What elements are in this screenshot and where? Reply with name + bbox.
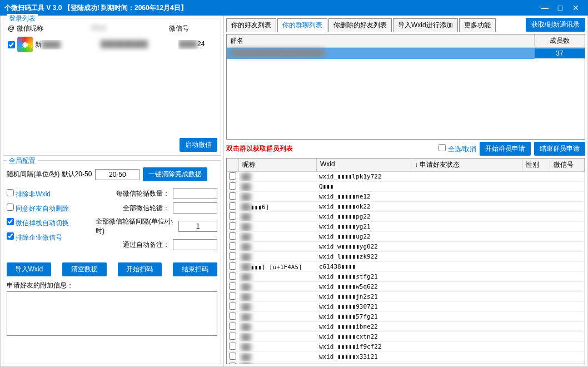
member-row-checkbox[interactable] <box>229 192 236 200</box>
offline-switch-checkbox[interactable]: 微信掉线自动切换 <box>7 218 96 228</box>
member-row[interactable]: ██wxid_w▮▮▮▮▮yg022 <box>227 242 585 252</box>
per-round-input[interactable] <box>173 188 217 199</box>
member-row[interactable]: ██▮▮卡布 - 深深wxid_▮▮▮▮▮4zjt22 <box>227 362 585 364</box>
stop-scan-button[interactable]: 结束扫码 <box>173 262 217 276</box>
minimize-button[interactable]: — <box>537 3 552 12</box>
member-row[interactable]: ██wxid_▮▮▮▮▮x33i21 <box>227 352 585 362</box>
member-row-checkbox[interactable] <box>229 282 236 290</box>
group-header-members: 成员数 <box>535 34 585 47</box>
member-row[interactable]: ██Q▮▮▮ <box>227 182 585 192</box>
agree-autodel-checkbox[interactable]: 同意好友自动删除 <box>7 204 96 214</box>
member-row-checkbox[interactable] <box>229 302 236 310</box>
member-row[interactable]: ██wxid_▮▮▮▮lpk1y722 <box>227 172 585 182</box>
member-row-checkbox[interactable] <box>229 313 236 320</box>
login-list-legend: 登录列表 <box>7 14 38 23</box>
member-header-status: ↓ 申请好友状态 <box>411 158 522 171</box>
member-row[interactable]: ██wxid_l▮▮▮▮▮zk922 <box>227 252 585 262</box>
member-row-checkbox[interactable] <box>229 292 236 300</box>
member-row[interactable]: ██▮▮▮] [u+1F4A5]c61438▮▮▮▮ <box>227 262 585 272</box>
global-config-legend: 全局配置 <box>7 156 38 166</box>
member-row-checkbox[interactable] <box>229 232 236 240</box>
member-row-checkbox[interactable] <box>229 242 236 250</box>
member-row[interactable]: ██wxid_▮▮▮▮▮pg22 <box>227 212 585 222</box>
import-wxid-button[interactable]: 导入Wxid <box>7 262 51 276</box>
interval-input[interactable] <box>95 169 139 180</box>
tab-friends[interactable]: 你的好友列表 <box>226 18 276 32</box>
member-list: 昵称 Wxid ↓ 申请好友状态 性别 微信号 ██wxid_▮▮▮▮lpk1y… <box>226 158 585 364</box>
window-title: 个微扫码工具 V 3.0 【登陆成功! 到期时间：2060年12月4日】 <box>4 3 537 13</box>
member-row-checkbox[interactable] <box>229 353 236 360</box>
group-row[interactable]: ████████████████████ 37 <box>227 48 585 59</box>
tab-import[interactable]: 导入Wxid进行添加 <box>393 18 458 32</box>
member-header-wxid: Wxid <box>317 158 411 171</box>
stop-group-apply-button[interactable]: 结束群员申请 <box>534 142 585 156</box>
additional-info-textarea[interactable] <box>7 291 217 336</box>
member-row[interactable]: ██wxid_▮▮▮▮▮if9cf22 <box>227 342 585 352</box>
login-list-header: @ 微信昵称 Wxid 微信号 <box>7 22 217 36</box>
global-config-group: 全局配置 随机间隔(单位/秒) 默认20-50 一键清除完成数据 排除非Wxid… <box>3 160 221 364</box>
member-row-checkbox[interactable] <box>229 212 236 220</box>
member-row[interactable]: ██wxid_▮▮▮▮▮jn2s21 <box>227 292 585 302</box>
member-row-checkbox[interactable] <box>229 333 236 340</box>
refresh-contacts-button[interactable]: 获取/刷新通讯录 <box>526 18 585 32</box>
member-row-checkbox[interactable] <box>229 262 236 270</box>
member-row-checkbox[interactable] <box>229 272 236 280</box>
tab-more[interactable]: 更多功能 <box>459 18 496 32</box>
group-header-name: 群名 <box>227 34 535 47</box>
group-list: 群名 成员数 ████████████████████ 37 <box>226 34 585 140</box>
member-row-checkbox[interactable] <box>229 202 236 210</box>
start-scan-button[interactable]: 开始扫码 <box>118 262 162 276</box>
additional-info-label: 申请好友的附加信息： <box>7 281 217 290</box>
midbar: 双击群以获取群员列表 全选/取消 开始群员申请 结束群员申请 <box>226 142 585 156</box>
member-header-gender: 性别 <box>522 158 550 171</box>
round-interval-input[interactable] <box>178 221 217 232</box>
tab-row: 你的好友列表 你的群聊列表 你删除的好友列表 导入Wxid进行添加 更多功能 获… <box>226 18 585 32</box>
member-row[interactable]: ██wxid_▮▮▮▮▮ibne22 <box>227 322 585 332</box>
member-row[interactable]: ██wxid_▮▮▮▮▮yg21 <box>227 222 585 232</box>
interval-label: 随机间隔(单位/秒) 默认20-50 <box>7 170 92 179</box>
auto-remark-input[interactable] <box>173 239 217 250</box>
member-row[interactable]: ██wxid_▮▮▮▮▮stfg21 <box>227 272 585 282</box>
clear-data-button[interactable]: 清空数据 <box>62 262 107 276</box>
login-row[interactable]: ◉ 新████ ██████████ ████24 <box>7 36 217 53</box>
member-row[interactable]: ██wxid_▮▮▮▮▮cxtn22 <box>227 332 585 342</box>
member-row-checkbox[interactable] <box>229 172 236 180</box>
member-row[interactable]: ██wxid_▮▮▮▮▮w5q622 <box>227 282 585 292</box>
member-row[interactable]: ██▮▮▮6]wxid_▮▮▮▮▮ok22 <box>227 202 585 212</box>
titlebar: 个微扫码工具 V 3.0 【登陆成功! 到期时间：2060年12月4日】 — □… <box>0 0 588 16</box>
dblclick-hint: 双击群以获取群员列表 <box>226 144 435 153</box>
exclude-enterprise-checkbox[interactable]: 排除企业微信号 <box>7 232 96 242</box>
select-all-checkbox[interactable]: 全选/取消 <box>438 144 476 154</box>
member-header-alias: 微信号 <box>550 158 585 171</box>
clear-done-button[interactable]: 一键清除完成数据 <box>143 167 207 181</box>
start-wechat-button[interactable]: 启动微信 <box>180 138 217 152</box>
member-header-nick: 昵称 <box>239 158 317 171</box>
member-row-checkbox[interactable] <box>229 252 236 260</box>
member-row[interactable]: ██wxid_▮▮▮▮▮57fg21 <box>227 312 585 322</box>
member-row-checkbox[interactable] <box>229 363 236 365</box>
maximize-button[interactable]: □ <box>552 3 568 12</box>
close-button[interactable]: ✕ <box>568 3 584 12</box>
login-row-checkbox[interactable] <box>8 41 15 48</box>
tab-groups[interactable]: 你的群聊列表 <box>277 18 327 32</box>
member-row-checkbox[interactable] <box>229 323 236 330</box>
login-list-group: 登录列表 @ 微信昵称 Wxid 微信号 ◉ 新████ ██████████ … <box>3 18 221 156</box>
exclude-nonwxid-checkbox[interactable]: 排除非Wxid <box>7 189 96 199</box>
member-row[interactable]: ██wxid_▮▮▮▮▮ne12 <box>227 192 585 202</box>
start-group-apply-button[interactable]: 开始群员申请 <box>480 142 531 156</box>
tab-deleted[interactable]: 你删除的好友列表 <box>328 18 392 32</box>
wechat-avatar-icon: ◉ <box>17 37 33 52</box>
member-row-checkbox[interactable] <box>229 343 236 350</box>
member-row-checkbox[interactable] <box>229 222 236 230</box>
total-round-input[interactable] <box>173 202 217 214</box>
member-row[interactable]: ██wxid_▮▮▮▮▮ug22 <box>227 232 585 242</box>
member-row-checkbox[interactable] <box>229 182 236 190</box>
member-row[interactable]: ██wxid_▮▮▮▮▮930721 <box>227 302 585 312</box>
